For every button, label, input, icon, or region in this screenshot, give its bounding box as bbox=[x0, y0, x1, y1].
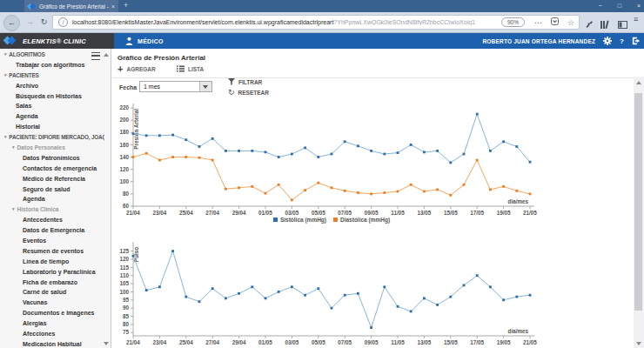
collapse-arrow-icon[interactable]: ▾ bbox=[12, 206, 15, 211]
data-point[interactable] bbox=[225, 150, 227, 152]
data-point[interactable] bbox=[225, 188, 227, 191]
list-button[interactable]: LISTA bbox=[177, 65, 204, 72]
data-point[interactable] bbox=[397, 151, 399, 154]
data-point[interactable] bbox=[397, 191, 399, 193]
sidebar-item[interactable]: Salas bbox=[0, 101, 104, 111]
minimize-button[interactable]: − bbox=[599, 0, 602, 12]
data-point[interactable] bbox=[463, 284, 466, 287]
site-info-icon[interactable]: i bbox=[58, 17, 68, 27]
sidebar-scroll-up-icon[interactable] bbox=[104, 53, 109, 57]
data-point[interactable] bbox=[344, 294, 346, 297]
data-point[interactable] bbox=[410, 184, 413, 186]
data-point[interactable] bbox=[489, 150, 492, 152]
data-point[interactable] bbox=[158, 285, 161, 288]
data-point[interactable] bbox=[211, 287, 214, 290]
sidebar-item[interactable]: Archivo bbox=[0, 81, 104, 91]
data-point[interactable] bbox=[304, 147, 306, 150]
data-point[interactable] bbox=[198, 145, 201, 148]
sidebar-item[interactable]: Documentos e imagenes bbox=[0, 308, 104, 318]
data-point[interactable] bbox=[357, 144, 359, 147]
legend-entry[interactable]: Diastólica (mmHg) bbox=[333, 217, 390, 223]
sidebar-item[interactable]: Datos Patronímicos bbox=[0, 153, 104, 164]
data-point[interactable] bbox=[291, 285, 293, 288]
data-point[interactable] bbox=[265, 298, 267, 300]
sidebar-item[interactable]: Contactos de emergencia bbox=[0, 164, 104, 174]
collapse-arrow-icon[interactable]: ▾ bbox=[4, 72, 6, 77]
data-point[interactable] bbox=[145, 134, 148, 137]
data-point[interactable] bbox=[251, 185, 253, 188]
collapse-arrow-icon[interactable]: ▾ bbox=[12, 144, 15, 150]
data-point[interactable] bbox=[317, 156, 319, 158]
data-point[interactable] bbox=[529, 294, 532, 297]
scroll-down-icon[interactable] bbox=[636, 342, 641, 345]
data-point[interactable] bbox=[145, 152, 148, 155]
legend-entry[interactable]: Sistólica (mmHg) bbox=[273, 217, 326, 223]
maximize-button[interactable]: □ bbox=[618, 0, 621, 12]
data-point[interactable] bbox=[132, 255, 135, 258]
data-point[interactable] bbox=[278, 184, 280, 186]
data-point[interactable] bbox=[463, 184, 466, 186]
sidebar-item[interactable]: Alergias bbox=[0, 318, 104, 329]
data-point[interactable] bbox=[344, 140, 346, 143]
page-actions-icon[interactable]: ⋯ bbox=[534, 18, 542, 27]
data-point[interactable] bbox=[423, 191, 426, 193]
data-point[interactable] bbox=[410, 311, 413, 313]
data-point[interactable] bbox=[238, 186, 240, 189]
menu-icon[interactable]: ≡ bbox=[634, 15, 638, 23]
sidebar-item[interactable]: Antecedentes bbox=[0, 215, 104, 225]
data-point[interactable] bbox=[502, 185, 505, 188]
data-point[interactable] bbox=[317, 287, 319, 290]
data-point[interactable] bbox=[397, 305, 399, 308]
data-point[interactable] bbox=[449, 194, 452, 197]
library-icon[interactable] bbox=[600, 17, 610, 32]
data-point[interactable] bbox=[158, 159, 161, 162]
sidebar-item[interactable]: Búsqueda en Historias bbox=[0, 91, 104, 102]
data-point[interactable] bbox=[291, 199, 293, 202]
data-point[interactable] bbox=[515, 190, 518, 192]
data-point[interactable] bbox=[132, 132, 135, 135]
data-point[interactable] bbox=[265, 151, 267, 154]
data-point[interactable] bbox=[145, 289, 148, 291]
bookmark-star-icon[interactable]: ☆ bbox=[567, 18, 574, 27]
data-point[interactable] bbox=[410, 144, 413, 146]
data-point[interactable] bbox=[171, 156, 174, 158]
data-point[interactable] bbox=[331, 186, 333, 189]
data-point[interactable] bbox=[198, 157, 201, 159]
sidebar-item[interactable]: Laboratorio y Paraclínica bbox=[0, 267, 104, 278]
data-point[interactable] bbox=[476, 159, 479, 162]
data-point[interactable] bbox=[344, 190, 346, 192]
browser-tab[interactable]: Gráfico de Presión Arterial - Ele × bbox=[24, 0, 118, 12]
sidebar-item[interactable]: Medicación Habitual bbox=[0, 339, 104, 348]
data-point[interactable] bbox=[515, 145, 518, 148]
sidebar-item[interactable]: Agenda bbox=[0, 111, 104, 122]
data-point[interactable] bbox=[502, 140, 505, 143]
data-point[interactable] bbox=[423, 298, 426, 300]
close-window-button[interactable]: × bbox=[637, 0, 641, 12]
help-icon[interactable]: ? bbox=[620, 37, 624, 45]
filter-button[interactable]: FILTRAR bbox=[228, 78, 262, 85]
data-point[interactable] bbox=[278, 156, 280, 158]
reset-button[interactable]: ↻ RESETEAR bbox=[228, 89, 269, 96]
sidebar-item[interactable]: Resumen de eventos bbox=[0, 246, 104, 257]
sidebar-item[interactable]: ▾PACIENTE: DIFIORE MERCADO, JOAQUINA bbox=[0, 132, 104, 143]
sidebar-scroll-down-icon[interactable] bbox=[104, 342, 109, 345]
data-point[interactable] bbox=[383, 153, 386, 156]
reload-button[interactable]: ↻ bbox=[37, 15, 51, 30]
date-range-select[interactable]: 1 mes bbox=[139, 81, 212, 92]
data-point[interactable] bbox=[476, 274, 479, 277]
data-point[interactable] bbox=[331, 153, 333, 156]
data-point[interactable] bbox=[449, 162, 452, 164]
data-point[interactable] bbox=[489, 189, 492, 191]
sidebar-item[interactable]: Datos de Emergencia bbox=[0, 225, 104, 236]
data-point[interactable] bbox=[184, 156, 187, 158]
data-point[interactable] bbox=[502, 298, 505, 301]
data-point[interactable] bbox=[132, 156, 135, 158]
sidebar-item[interactable]: Médico de Referencia bbox=[0, 174, 104, 184]
data-point[interactable] bbox=[449, 296, 452, 298]
collapse-arrow-icon[interactable]: ▾ bbox=[4, 51, 6, 57]
add-button[interactable]: + AGREGAR bbox=[117, 65, 156, 73]
data-point[interactable] bbox=[184, 138, 187, 141]
select-dropdown-icon[interactable] bbox=[199, 82, 211, 91]
data-point[interactable] bbox=[515, 296, 518, 298]
sidebar-item[interactable]: Eventos bbox=[0, 236, 104, 246]
